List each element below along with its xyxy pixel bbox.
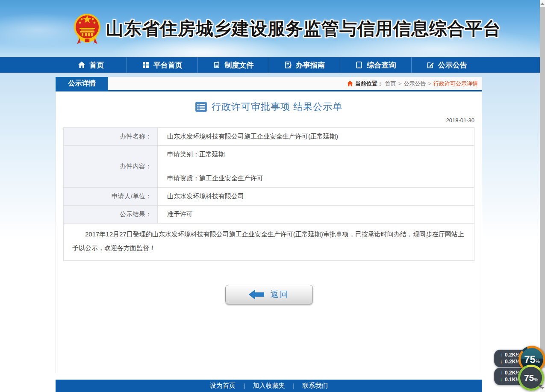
detail-content: 行政许可审批事项 结果公示单 2018-01-30 办件名称： 山东水发环境科技… bbox=[56, 100, 482, 304]
content-container: 公示详情 当前位置： 首页 > 公示公告 > 行政许可公示详情 行政许可审批事项… bbox=[56, 77, 482, 373]
note-cell: 2017年12月27日受理的山东水发环境科技有限公司施工企业安全生产许可(正常延… bbox=[64, 224, 474, 261]
nav-item-service-guide[interactable]: 办事指南 bbox=[269, 57, 340, 73]
document-title-row: 行政许可审批事项 结果公示单 bbox=[63, 100, 474, 113]
back-button-label: 返回 bbox=[271, 289, 289, 300]
publish-date: 2018-01-30 bbox=[63, 117, 474, 124]
home-icon bbox=[78, 61, 85, 69]
page-title: 行政许可审批事项 结果公示单 bbox=[212, 100, 342, 113]
guide-icon bbox=[284, 61, 292, 69]
row-label: 公示结果： bbox=[64, 206, 158, 224]
scrollbar-thumb[interactable] bbox=[540, 7, 545, 368]
page-footer: 设为首页 ｜ 加入收藏夹 ｜ 联系我们 bbox=[56, 380, 482, 392]
nav-item-platform-home[interactable]: 平台首页 bbox=[127, 57, 198, 73]
home-icon bbox=[347, 81, 353, 86]
scrollbar[interactable] bbox=[540, 0, 545, 392]
site-header: 山东省住房城乡建设服务监管与信用信息综合平台 bbox=[0, 0, 545, 57]
tab-publicity-detail[interactable]: 公示详情 bbox=[56, 77, 108, 90]
scrollbar-up-button[interactable] bbox=[540, 0, 545, 7]
percent-unit: % bbox=[536, 359, 540, 364]
percent-unit: % bbox=[534, 377, 538, 382]
breadcrumb-announcement-link[interactable]: 公示公告 bbox=[404, 80, 426, 88]
application-type: 申请类别：正常延期 bbox=[167, 150, 470, 159]
detail-table: 办件名称： 山东水发环境科技有限公司施工企业安全生产许可(正常延期) 办件内容：… bbox=[63, 127, 474, 261]
nav-item-comprehensive-query[interactable]: 综合查询 bbox=[340, 57, 411, 73]
table-row-item-name: 办件名称： 山东水发环境科技有限公司施工企业安全生产许可(正常延期) bbox=[64, 128, 474, 146]
upload-speed-value: 0.2K/s bbox=[505, 352, 520, 358]
widget-collapse-arrow[interactable] bbox=[538, 385, 543, 388]
main-navigation: 首页 平台首页 制度文件 办事指南 bbox=[0, 57, 545, 73]
footer-link-set-homepage[interactable]: 设为首页 bbox=[210, 382, 236, 390]
nav-item-policy-documents[interactable]: 制度文件 bbox=[197, 57, 269, 73]
row-value: 山东水发环境科技有限公司 bbox=[158, 188, 474, 206]
list-icon bbox=[195, 102, 207, 112]
application-qualification: 申请资质：施工企业安全生产许可 bbox=[167, 174, 470, 183]
nav-item-label: 综合查询 bbox=[367, 60, 396, 70]
site-title: 山东省住房城乡建设服务监管与信用信息综合平台 bbox=[106, 17, 482, 41]
nav-item-label: 首页 bbox=[89, 60, 104, 70]
grid-icon bbox=[142, 61, 150, 69]
row-value: 申请类别：正常延期 申请资质：施工企业安全生产许可 bbox=[158, 146, 474, 188]
note-text: 2017年12月27日受理的山东水发环境科技有限公司施工企业安全生产许可(正常延… bbox=[72, 227, 465, 255]
table-row-item-content: 办件内容： 申请类别：正常延期 申请资质：施工企业安全生产许可 bbox=[64, 146, 474, 188]
row-label: 办件内容： bbox=[64, 146, 158, 188]
footer-separator: ｜ bbox=[291, 382, 297, 390]
row-value: 山东水发环境科技有限公司施工企业安全生产许可(正常延期) bbox=[158, 128, 474, 146]
arrow-up-icon: ↑ bbox=[500, 370, 503, 376]
back-button[interactable]: 返回 bbox=[225, 285, 313, 304]
arrow-down-icon: ↓ bbox=[500, 359, 503, 365]
browser-viewport: 山东省住房城乡建设服务监管与信用信息综合平台 首页 平台首页 制度文件 bbox=[0, 0, 545, 392]
arrow-up-icon: ↑ bbox=[500, 352, 503, 358]
row-value: 准予许可 bbox=[158, 206, 474, 224]
nav-item-home[interactable]: 首页 bbox=[56, 57, 127, 73]
table-row-result: 公示结果： 准予许可 bbox=[64, 206, 474, 224]
table-row-applicant: 申请人/单位： 山东水发环境科技有限公司 bbox=[64, 188, 474, 206]
upload-speed-value: 0.2K/s bbox=[505, 370, 520, 376]
breadcrumb-current: 行政许可公示详情 bbox=[433, 80, 478, 88]
nav-item-label: 制度文件 bbox=[224, 60, 253, 70]
footer-link-add-favorites[interactable]: 加入收藏夹 bbox=[253, 382, 285, 390]
nav-item-label: 平台首页 bbox=[153, 60, 183, 70]
national-emblem-logo bbox=[74, 12, 101, 46]
breadcrumb: 当前位置： 首页 > 公示公告 > 行政许可公示详情 bbox=[347, 77, 482, 90]
nav-item-public-announcement[interactable]: 公示公告 bbox=[411, 57, 483, 73]
breadcrumb-separator: > bbox=[428, 80, 431, 87]
breadcrumb-label: 当前位置： bbox=[355, 80, 383, 88]
tab-bar: 公示详情 当前位置： 首页 > 公示公告 > 行政许可公示详情 bbox=[56, 77, 482, 91]
query-icon bbox=[355, 61, 363, 69]
breadcrumb-home-link[interactable]: 首页 bbox=[385, 80, 396, 88]
download-speed-value: 0.2K/s bbox=[505, 359, 520, 365]
footer-link-contact-us[interactable]: 联系我们 bbox=[302, 382, 328, 390]
documents-icon bbox=[213, 61, 221, 69]
breadcrumb-separator: > bbox=[398, 80, 402, 87]
nav-item-label: 办事指南 bbox=[296, 60, 325, 70]
footer-separator: ｜ bbox=[242, 382, 247, 390]
arrow-down-icon: ↓ bbox=[500, 377, 503, 383]
percent-value: 75 bbox=[524, 354, 536, 365]
percent-value: 75 bbox=[524, 373, 534, 383]
table-row-note: 2017年12月27日受理的山东水发环境科技有限公司施工企业安全生产许可(正常延… bbox=[64, 224, 474, 261]
row-label: 办件名称： bbox=[64, 128, 158, 146]
triangle-up-icon bbox=[541, 3, 544, 5]
announcement-icon bbox=[427, 61, 434, 69]
arrow-left-icon bbox=[249, 289, 264, 300]
row-label: 申请人/单位： bbox=[64, 188, 158, 206]
nav-item-label: 公示公告 bbox=[438, 60, 467, 70]
